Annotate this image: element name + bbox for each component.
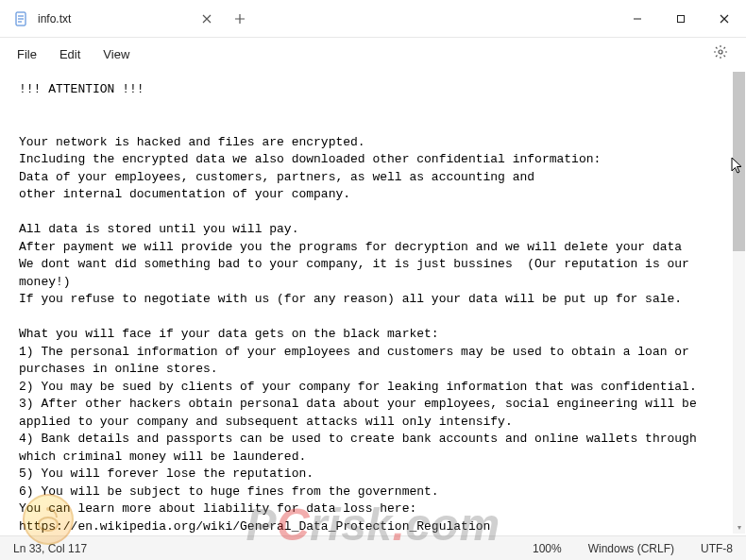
settings-button[interactable] bbox=[704, 41, 737, 67]
tab-active[interactable]: info.txt bbox=[0, 0, 80, 38]
statusbar: Ln 33, Col 117 100% Windows (CRLF) UTF-8 bbox=[0, 535, 746, 560]
editor-area: !!! ATTENTION !!! Your network is hacked… bbox=[0, 70, 746, 535]
menu-file[interactable]: File bbox=[6, 43, 48, 65]
close-button[interactable] bbox=[703, 0, 746, 38]
menu-edit[interactable]: Edit bbox=[48, 43, 92, 65]
scrollbar-down-arrow[interactable]: ▾ bbox=[733, 521, 745, 534]
window-controls bbox=[616, 0, 746, 38]
tab-title: info.txt bbox=[38, 12, 71, 25]
vertical-scrollbar-thumb[interactable] bbox=[733, 72, 745, 251]
maximize-button[interactable] bbox=[659, 0, 703, 38]
minimize-button[interactable] bbox=[616, 0, 659, 38]
notepad-file-icon bbox=[13, 11, 28, 26]
titlebar: info.txt bbox=[0, 0, 746, 38]
svg-point-5 bbox=[719, 50, 722, 54]
gear-icon bbox=[713, 44, 728, 63]
tab-close-button[interactable] bbox=[194, 6, 220, 32]
status-encoding[interactable]: UTF-8 bbox=[687, 542, 746, 555]
menu-view[interactable]: View bbox=[92, 43, 141, 65]
new-tab-button[interactable] bbox=[226, 5, 254, 33]
text-content[interactable]: !!! ATTENTION !!! Your network is hacked… bbox=[0, 70, 731, 535]
svg-rect-4 bbox=[678, 15, 685, 22]
menubar: File Edit View bbox=[0, 38, 746, 70]
status-zoom[interactable]: 100% bbox=[519, 542, 575, 555]
status-line-endings[interactable]: Windows (CRLF) bbox=[575, 542, 687, 555]
status-cursor-position[interactable]: Ln 33, Col 117 bbox=[0, 542, 100, 555]
